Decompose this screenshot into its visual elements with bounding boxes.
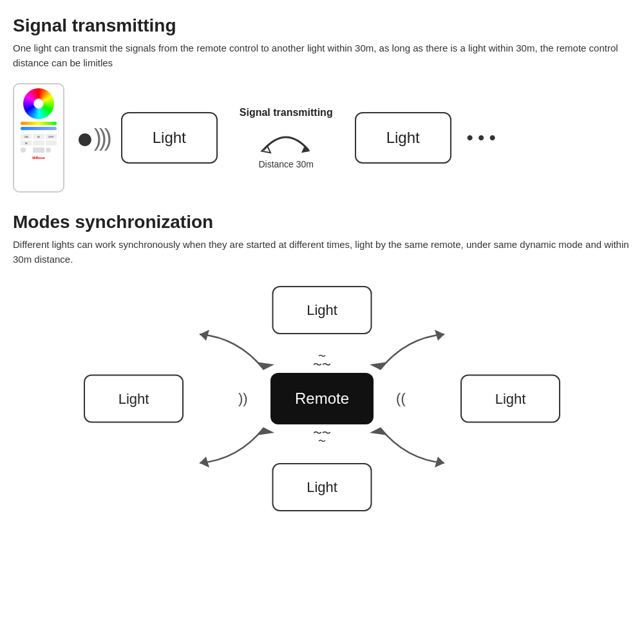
svg-marker-8 [435, 457, 444, 468]
wifi-bottom-icon: 〜〜 〜 [313, 428, 331, 445]
svg-marker-9 [370, 428, 388, 435]
signal-description: One light can transmit the signals from … [13, 41, 631, 70]
more-dots: • • • [467, 128, 496, 148]
remote-bottom-btns [21, 147, 57, 153]
modes-description: Different lights can work synchronously … [13, 238, 631, 267]
svg-marker-7 [256, 428, 274, 435]
signal-title: Signal transmitting [13, 15, 631, 36]
svg-marker-3 [256, 362, 274, 370]
modes-title: Modes synchronization [13, 212, 631, 232]
svg-marker-1 [261, 144, 272, 152]
curved-arrow-icon [257, 121, 315, 156]
distance-label: Distance 30m [258, 159, 314, 169]
sync-diagram: Light Light Light Light )) )) 〜 〜〜 [64, 279, 580, 518]
sync-light-top: Light [272, 286, 372, 334]
sync-light-right: Light [460, 375, 560, 423]
light-box-2: Light [355, 112, 451, 164]
light-box-1: Light [121, 112, 218, 164]
right-wave-icon: )) [396, 390, 406, 407]
wifi-top-icon: 〜 〜〜 [313, 352, 331, 369]
svg-marker-2 [200, 330, 209, 341]
sync-remote-center: )) )) 〜 〜〜 〜〜 〜 Remote [270, 373, 374, 424]
left-wave-icon: )) [238, 390, 248, 407]
svg-marker-4 [435, 330, 444, 341]
sync-light-bottom: Light [272, 463, 372, 511]
sync-light-left: Light [84, 375, 184, 423]
remote-buttons-top: ON W OFF W [21, 134, 57, 146]
signal-diagram: ON W OFF W MiBoxer ●))) Light Signal tra… [13, 83, 631, 193]
svg-marker-5 [370, 362, 388, 370]
remote-sliders [21, 122, 57, 132]
remote-box-dark: Remote [270, 373, 374, 424]
modes-section: Modes synchronization Different lights c… [13, 212, 631, 518]
remote-device-illustration: ON W OFF W MiBoxer [13, 83, 64, 193]
svg-marker-6 [200, 457, 209, 468]
remote-brand-logo: MiBoxer [32, 156, 45, 160]
signal-transmit-label: Signal transmitting [240, 107, 333, 118]
signal-wave-icon: ●))) [76, 120, 109, 155]
signal-transmit-center: Signal transmitting Distance 30m [240, 107, 333, 169]
color-wheel-icon [23, 88, 54, 119]
